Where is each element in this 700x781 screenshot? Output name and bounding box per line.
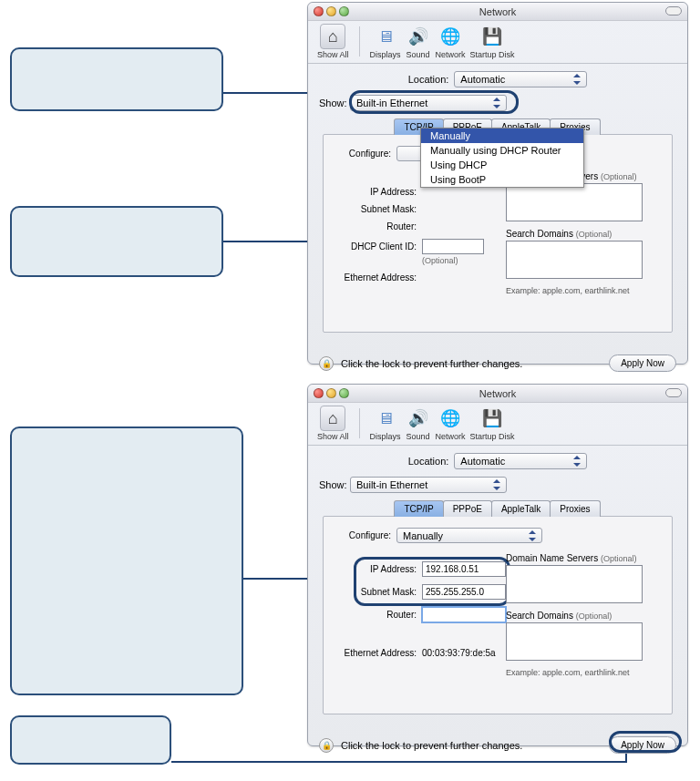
tab-label: PPPoE bbox=[453, 504, 482, 514]
optional-label: (Optional) bbox=[601, 554, 637, 563]
search-textarea[interactable] bbox=[506, 622, 643, 661]
callout-box-1 bbox=[10, 47, 223, 111]
show-pulldown[interactable]: Built-in Ethernet bbox=[350, 477, 507, 493]
configure-pulldown[interactable]: Manually bbox=[396, 528, 542, 543]
chevron-updown-icon bbox=[527, 529, 538, 542]
dns-label: Domain Name Servers (Optional) bbox=[506, 553, 663, 563]
menu-item-using-bootp[interactable]: Using BootP bbox=[421, 172, 583, 187]
chevron-updown-icon bbox=[491, 478, 502, 491]
network-icon: 🌐 bbox=[438, 406, 463, 431]
apply-label: Apply Now bbox=[621, 358, 664, 368]
network-button[interactable]: 🌐 Network bbox=[436, 406, 466, 441]
menu-item-manually-dhcp[interactable]: Manually using DHCP Router bbox=[421, 143, 583, 158]
lock-text: Click the lock to prevent further change… bbox=[341, 740, 522, 751]
zoom-icon[interactable] bbox=[339, 388, 349, 398]
dns-textarea[interactable] bbox=[506, 565, 643, 603]
configure-value: Manually bbox=[403, 530, 443, 541]
location-pulldown[interactable]: Automatic bbox=[454, 453, 587, 469]
search-label: Search Domains (Optional) bbox=[506, 229, 663, 239]
sound-icon: 🔊 bbox=[406, 406, 431, 431]
example-text: Example: apple.com, earthlink.net bbox=[506, 286, 663, 295]
location-pulldown[interactable]: Automatic bbox=[454, 71, 587, 87]
menu-item-label: Manually using DHCP Router bbox=[430, 145, 561, 156]
toolbar: ⌂ Show All 🖥 Displays 🔊 Sound 🌐 Network … bbox=[308, 21, 687, 64]
sound-button[interactable]: 🔊 Sound bbox=[406, 24, 431, 59]
toolbar-label: Show All bbox=[317, 50, 349, 59]
footer: 🔒 Click the lock to prevent further chan… bbox=[308, 729, 687, 761]
menu-item-label: Using DHCP bbox=[430, 159, 487, 170]
startup-disk-button[interactable]: 💾 Startup Disk bbox=[470, 24, 515, 59]
menu-item-manually[interactable]: Manually bbox=[421, 128, 583, 143]
menu-item-label: Manually bbox=[430, 130, 470, 141]
zoom-icon[interactable] bbox=[339, 6, 349, 16]
show-all-button[interactable]: ⌂ Show All bbox=[317, 406, 349, 441]
traffic-lights[interactable] bbox=[314, 388, 349, 398]
lock-icon[interactable]: 🔒 bbox=[319, 738, 334, 753]
optional-label: (Optional) bbox=[576, 230, 612, 239]
startup-disk-icon: 💾 bbox=[479, 24, 505, 49]
ethernet-label: Ethernet Address: bbox=[333, 648, 422, 658]
startup-disk-icon: 💾 bbox=[479, 406, 505, 431]
toolbar-label: Sound bbox=[407, 432, 430, 441]
lock-icon[interactable]: 🔒 bbox=[319, 356, 334, 371]
optional-label: (Optional) bbox=[601, 172, 637, 181]
search-label: Search Domains (Optional) bbox=[506, 611, 663, 621]
search-label-text: Search Domains bbox=[506, 229, 573, 239]
tab-appletalk[interactable]: AppleTalk bbox=[491, 500, 551, 517]
search-label-text: Search Domains bbox=[506, 611, 573, 621]
toolbar-label: Show All bbox=[317, 432, 349, 441]
traffic-lights[interactable] bbox=[314, 6, 349, 16]
search-textarea[interactable] bbox=[506, 241, 643, 279]
tab-proxies[interactable]: Proxies bbox=[550, 500, 600, 517]
toolbar-label: Sound bbox=[407, 50, 430, 59]
chevron-updown-icon bbox=[491, 97, 502, 109]
menu-item-using-dhcp[interactable]: Using DHCP bbox=[421, 158, 583, 172]
toolbar-pill-icon[interactable] bbox=[665, 388, 682, 397]
ethernet-label: Ethernet Address: bbox=[333, 272, 422, 283]
configure-label: Configure: bbox=[333, 530, 396, 540]
toolbar-pill-icon[interactable] bbox=[665, 6, 682, 15]
show-all-button[interactable]: ⌂ Show All bbox=[317, 24, 349, 59]
toolbar-label: Startup Disk bbox=[470, 432, 515, 441]
router-field[interactable] bbox=[422, 607, 506, 622]
displays-icon: 🖥 bbox=[373, 24, 398, 49]
configure-menu[interactable]: Manually Manually using DHCP Router Usin… bbox=[420, 128, 584, 188]
network-icon: 🌐 bbox=[438, 24, 463, 49]
menu-item-label: Using BootP bbox=[430, 174, 486, 185]
dns-textarea[interactable] bbox=[506, 183, 643, 221]
main-pane: Location: Automatic Show: Built-in Ether… bbox=[308, 64, 687, 347]
window-title: Network bbox=[479, 6, 516, 17]
show-pulldown[interactable]: Built-in Ethernet bbox=[350, 95, 507, 111]
sound-button[interactable]: 🔊 Sound bbox=[406, 406, 431, 441]
location-value: Automatic bbox=[460, 74, 505, 85]
toolbar-label: Network bbox=[436, 50, 466, 59]
minimize-icon[interactable] bbox=[326, 388, 336, 398]
tab-pppoe[interactable]: PPPoE bbox=[443, 500, 492, 517]
close-icon[interactable] bbox=[314, 6, 324, 16]
apply-now-button[interactable]: Apply Now bbox=[609, 736, 676, 754]
show-all-icon: ⌂ bbox=[320, 24, 345, 49]
displays-button[interactable]: 🖥 Displays bbox=[370, 406, 401, 441]
toolbar-label: Network bbox=[436, 432, 466, 441]
sound-icon: 🔊 bbox=[406, 24, 431, 49]
dhcp-client-field[interactable] bbox=[422, 239, 484, 254]
toolbar-label: Displays bbox=[370, 50, 401, 59]
callout-line-4a bbox=[171, 761, 627, 763]
close-icon[interactable] bbox=[314, 388, 324, 398]
network-button[interactable]: 🌐 Network bbox=[436, 24, 466, 59]
minimize-icon[interactable] bbox=[326, 6, 336, 16]
ip-field[interactable] bbox=[422, 561, 506, 577]
window-title: Network bbox=[479, 388, 516, 399]
chevron-updown-icon bbox=[571, 73, 582, 86]
tab-tcpip[interactable]: TCP/IP bbox=[394, 500, 443, 517]
startup-disk-button[interactable]: 💾 Startup Disk bbox=[470, 406, 515, 441]
subnet-field[interactable] bbox=[422, 584, 506, 600]
tab-label: Proxies bbox=[560, 504, 590, 514]
toolbar: ⌂ Show All 🖥 Displays 🔊 Sound 🌐 Network … bbox=[308, 403, 687, 446]
lock-text: Click the lock to prevent further change… bbox=[341, 358, 522, 369]
displays-button[interactable]: 🖥 Displays bbox=[370, 24, 401, 59]
right-column: Domain Name Servers (Optional) Search Do… bbox=[506, 553, 663, 677]
show-value: Built-in Ethernet bbox=[356, 479, 427, 490]
apply-now-button[interactable]: Apply Now bbox=[609, 355, 676, 372]
toolbar-label: Displays bbox=[370, 432, 401, 441]
